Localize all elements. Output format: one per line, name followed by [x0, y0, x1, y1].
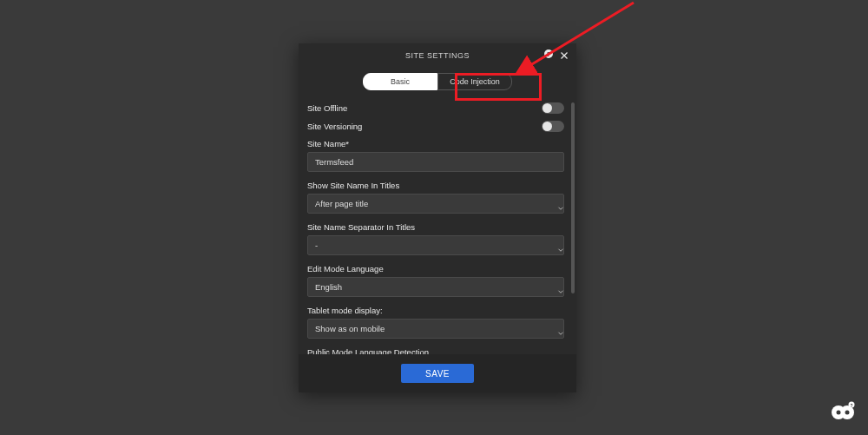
tabs: Basic Code Injection [299, 73, 576, 90]
scroll-area: Site Offline Site Versioning Site Name* … [307, 102, 568, 354]
svg-point-6 [837, 411, 841, 415]
scrollbar[interactable] [571, 102, 575, 293]
tablet-value: Show as on mobile [315, 324, 385, 333]
tab-basic-label: Basic [391, 77, 410, 86]
modal-title: SITE SETTINGS [405, 51, 470, 60]
field-tablet: Tablet mode display: Show as on mobile [307, 306, 564, 339]
save-button[interactable]: SAVE [401, 364, 474, 383]
site-settings-modal: SITE SETTINGS ? Basic Code Injection Sit… [299, 43, 576, 392]
show-name-label: Show Site Name In Titles [307, 181, 564, 190]
modal-header: SITE SETTINGS ? [299, 43, 576, 68]
svg-text:?: ? [547, 51, 550, 57]
field-public-lang: Public Mode Language Detection [307, 347, 564, 354]
separator-value: - [315, 241, 318, 250]
separator-select[interactable]: - [307, 235, 564, 255]
site-versioning-toggle[interactable] [542, 121, 564, 132]
field-show-name: Show Site Name In Titles After page titl… [307, 181, 564, 214]
svg-point-7 [845, 411, 850, 415]
help-icon[interactable]: ? [543, 49, 554, 62]
site-offline-label: Site Offline [307, 103, 347, 113]
site-name-input[interactable] [307, 152, 564, 172]
site-offline-toggle[interactable] [542, 102, 564, 114]
close-icon[interactable] [559, 50, 569, 61]
tablet-select[interactable]: Show as on mobile [307, 319, 564, 339]
modal-footer: SAVE [299, 354, 576, 392]
show-name-value: After page title [315, 199, 368, 208]
tablet-label: Tablet mode display: [307, 306, 564, 315]
tab-code-injection-label: Code Injection [450, 77, 500, 86]
row-site-offline: Site Offline [307, 102, 564, 114]
modal-body: Site Offline Site Versioning Site Name* … [299, 102, 576, 354]
edit-lang-select[interactable]: English [307, 277, 564, 297]
field-separator: Site Name Separator In Titles - [307, 222, 564, 255]
edit-lang-value: English [315, 282, 342, 292]
separator-label: Site Name Separator In Titles [307, 222, 564, 232]
edit-lang-label: Edit Mode Language [307, 264, 564, 274]
tab-code-injection[interactable]: Code Injection [437, 73, 512, 90]
tab-basic[interactable]: Basic [363, 73, 437, 90]
public-lang-label: Public Mode Language Detection [307, 347, 564, 354]
header-actions: ? [543, 49, 569, 62]
row-site-versioning: Site Versioning [307, 121, 564, 132]
svg-text:?: ? [850, 403, 852, 408]
chat-mascot-icon[interactable]: ? [830, 400, 856, 426]
field-site-name: Site Name* [307, 139, 564, 172]
site-versioning-label: Site Versioning [307, 122, 362, 131]
site-name-label: Site Name* [307, 139, 564, 148]
show-name-select[interactable]: After page title [307, 194, 564, 214]
field-edit-lang: Edit Mode Language English [307, 264, 564, 297]
save-button-label: SAVE [425, 369, 450, 379]
